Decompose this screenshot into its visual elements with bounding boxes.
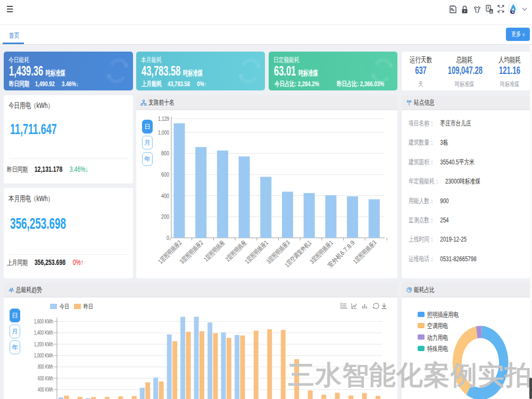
svg-text:照明插座用电: 照明插座用电 — [427, 311, 459, 319]
svg-text:600 KWh: 600 KWh — [38, 375, 53, 381]
svg-text:200: 200 — [161, 213, 169, 220]
svg-text:400 KWh: 400 KWh — [38, 386, 53, 393]
svg-text:1,000: 1,000 — [158, 129, 169, 136]
svg-text:0: 0 — [167, 235, 169, 241]
svg-text:800 KWh: 800 KWh — [38, 363, 53, 370]
svg-text:1,129: 1,129 — [158, 115, 169, 122]
svg-text:今日: 今日 — [60, 303, 69, 310]
svg-text:600: 600 — [161, 171, 169, 178]
svg-text:空调用电: 空调用电 — [427, 322, 448, 330]
svg-text:1,400 KWh: 1,400 KWh — [34, 329, 53, 336]
svg-text:3层照明插座2: 3层照明插座2 — [178, 239, 205, 265]
svg-text:1层照明插座3: 1层照明插座3 — [352, 239, 378, 265]
svg-text:1层照明插座: 1层照明插座 — [202, 239, 226, 263]
svg-text:800: 800 — [161, 150, 169, 156]
svg-text:400: 400 — [161, 193, 169, 199]
svg-text:1,000 KWh: 1,000 KWh — [34, 352, 53, 359]
svg-text:1,600 KWh: 1,600 KWh — [34, 318, 53, 325]
svg-text:1,200 KWh: 1,200 KWh — [34, 341, 53, 347]
svg-text:昨日: 昨日 — [84, 303, 93, 310]
svg-text:动力用电: 动力用电 — [427, 334, 448, 342]
svg-text:特殊用电: 特殊用电 — [427, 345, 448, 353]
